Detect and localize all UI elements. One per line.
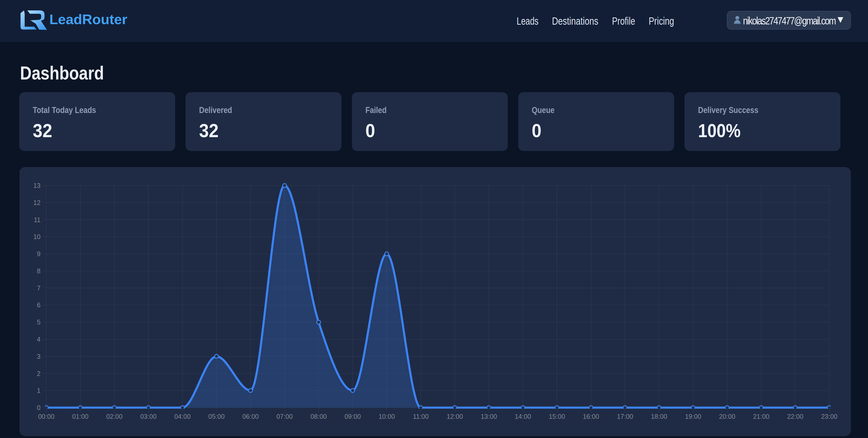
svg-text:06:00: 06:00 — [243, 413, 259, 420]
svg-text:13:00: 13:00 — [481, 413, 497, 420]
svg-text:9: 9 — [37, 250, 40, 257]
svg-text:07:00: 07:00 — [277, 413, 293, 420]
svg-text:8: 8 — [37, 267, 40, 275]
svg-text:20:00: 20:00 — [719, 413, 736, 420]
svg-text:02:00: 02:00 — [106, 413, 123, 420]
svg-text:13: 13 — [33, 182, 40, 189]
svg-text:12: 12 — [33, 199, 40, 206]
svg-text:05:00: 05:00 — [209, 413, 225, 420]
svg-text:0: 0 — [37, 404, 40, 411]
svg-text:03:00: 03:00 — [140, 413, 157, 420]
svg-text:23:00: 23:00 — [821, 413, 838, 420]
svg-text:01:00: 01:00 — [72, 413, 89, 420]
svg-text:1: 1 — [37, 387, 40, 394]
svg-text:18:00: 18:00 — [651, 413, 668, 420]
svg-text:3: 3 — [37, 353, 40, 360]
svg-text:7: 7 — [37, 284, 40, 292]
svg-text:19:00: 19:00 — [685, 413, 702, 420]
svg-text:12:00: 12:00 — [447, 413, 463, 420]
svg-text:2: 2 — [37, 370, 40, 377]
svg-text:00:00: 00:00 — [38, 413, 55, 420]
svg-text:10: 10 — [33, 233, 40, 240]
svg-text:11:00: 11:00 — [413, 413, 429, 420]
svg-text:6: 6 — [37, 301, 40, 309]
svg-text:21:00: 21:00 — [753, 413, 770, 420]
svg-text:5: 5 — [37, 318, 40, 326]
svg-text:11: 11 — [34, 216, 40, 223]
svg-text:08:00: 08:00 — [311, 413, 327, 420]
svg-text:17:00: 17:00 — [617, 413, 633, 420]
svg-text:04:00: 04:00 — [175, 413, 191, 420]
svg-text:14:00: 14:00 — [515, 413, 531, 420]
svg-text:16:00: 16:00 — [583, 413, 599, 420]
svg-text:09:00: 09:00 — [345, 413, 361, 420]
svg-text:15:00: 15:00 — [549, 413, 565, 420]
svg-text:10:00: 10:00 — [379, 413, 395, 420]
svg-text:22:00: 22:00 — [787, 413, 804, 420]
svg-text:4: 4 — [37, 336, 40, 343]
